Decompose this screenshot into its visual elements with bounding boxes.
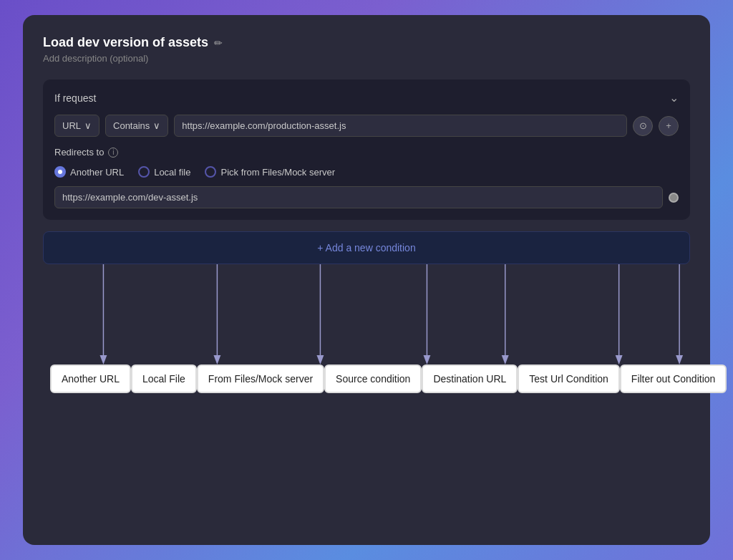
description-text[interactable]: Add description (optional) (43, 53, 690, 64)
svg-marker-1 (99, 355, 107, 365)
local-file-option[interactable]: Local file (138, 166, 190, 178)
add-condition-bar[interactable]: + Add a new condition (43, 231, 690, 264)
chevron-down-icon[interactable]: ⌄ (669, 91, 679, 105)
if-request-card: If request ⌄ URL ∨ Contains ∨ ⊙ + Redire… (43, 79, 690, 220)
source-url-input[interactable] (174, 115, 627, 137)
source-condition-label: Source condition (324, 365, 422, 393)
title-area: Load dev version of assets ✏ Add descrip… (43, 35, 690, 64)
plus-icon: + (666, 120, 671, 131)
chevron-down-icon: ∨ (84, 120, 92, 131)
svg-marker-7 (423, 355, 430, 365)
destination-url-label: Destination URL (422, 365, 518, 393)
local-file-label: Local File (131, 365, 197, 393)
filter-icon: ⊙ (639, 120, 647, 131)
if-request-label: If request (54, 92, 96, 104)
test-url-condition-label: Test Url Condition (518, 365, 620, 393)
add-condition-button[interactable]: + (659, 116, 679, 136)
destination-url-input[interactable] (54, 186, 663, 208)
page-title: Load dev version of assets (43, 35, 208, 50)
redirects-label: Redirects to i (54, 147, 679, 158)
svg-marker-3 (213, 355, 220, 365)
condition-row: URL ∨ Contains ∨ ⊙ + (54, 115, 679, 137)
url-type-dropdown[interactable]: URL ∨ (54, 115, 99, 137)
destination-url-row (54, 186, 679, 208)
from-files-label: From Files/Mock server (197, 365, 324, 393)
radio-another-url[interactable] (54, 166, 66, 178)
pick-from-files-option[interactable]: Pick from Files/Mock server (205, 166, 335, 178)
another-url-option[interactable]: Another URL (54, 166, 124, 178)
main-container: Load dev version of assets ✏ Add descrip… (23, 15, 710, 545)
svg-marker-5 (316, 355, 324, 365)
radio-local-file[interactable] (138, 166, 150, 178)
redirect-type-group: Another URL Local file Pick from Files/M… (54, 166, 679, 178)
another-url-label: Another URL (50, 365, 131, 393)
edit-icon[interactable]: ✏ (214, 37, 223, 49)
filter-out-condition-label: Filter out Condition (620, 365, 727, 393)
mid-dot-icon (669, 193, 679, 203)
annotation-labels: Another URL Local File From Files/Mock s… (43, 365, 690, 407)
chevron-down-icon: ∨ (153, 120, 160, 131)
annotation-section: Another URL Local File From Files/Mock s… (43, 264, 690, 407)
svg-marker-9 (502, 355, 509, 365)
operator-dropdown[interactable]: Contains ∨ (105, 115, 168, 137)
svg-marker-13 (676, 355, 683, 365)
filter-button[interactable]: ⊙ (633, 116, 653, 136)
info-icon[interactable]: i (108, 148, 118, 158)
radio-pick-files[interactable] (205, 166, 216, 178)
svg-marker-11 (616, 355, 623, 365)
